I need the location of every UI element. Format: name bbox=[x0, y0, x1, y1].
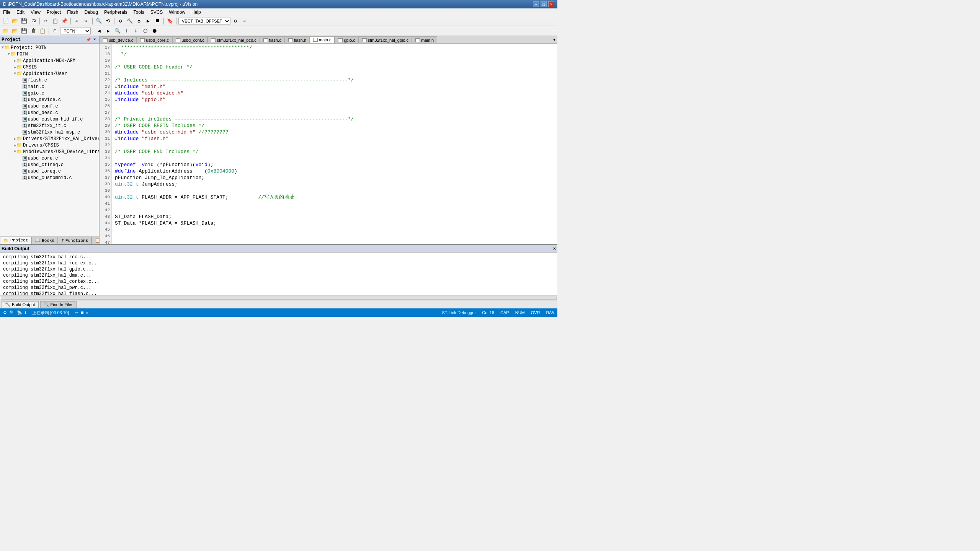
menu-project[interactable]: Project bbox=[44, 8, 64, 16]
toolbar2-btn6[interactable]: ◀ bbox=[95, 27, 103, 35]
toolbar2-btn3[interactable]: 🗑 bbox=[29, 27, 38, 35]
tab-usbd-conf-c[interactable]: usbd_conf.c bbox=[172, 36, 207, 43]
minimize-button[interactable]: − bbox=[533, 1, 539, 7]
redo-btn[interactable]: ↪ bbox=[82, 17, 90, 25]
open-file-btn[interactable]: 📂 bbox=[11, 17, 19, 25]
project-close-btn[interactable]: × bbox=[92, 37, 97, 42]
tree-item-usbd-customhid-c[interactable]: ▶ C usbd_customhid.c bbox=[0, 174, 99, 181]
target-name-combo[interactable]: POTN bbox=[60, 28, 91, 34]
cut-btn[interactable]: ✂ bbox=[42, 17, 50, 25]
toolbar2-btn4[interactable]: 📋 bbox=[38, 27, 47, 35]
tab-flash-h[interactable]: flash.h bbox=[285, 36, 310, 43]
tree-item-usbd-desc-c[interactable]: ▶ C usbd_desc.c bbox=[0, 109, 99, 116]
tree-item-mdk-arm[interactable]: ▶ 📁 Application/MDK-ARM bbox=[0, 57, 99, 64]
stop-btn[interactable]: ⏹ bbox=[153, 17, 162, 25]
project-pin-btn[interactable]: 📌 bbox=[86, 37, 91, 42]
save-all-btn[interactable]: 🗂 bbox=[29, 17, 38, 25]
build-scrollbar[interactable] bbox=[0, 295, 557, 300]
code-editor-content[interactable]: ****************************************… bbox=[112, 44, 557, 244]
compile-btn[interactable]: ⚙ bbox=[116, 17, 125, 25]
tree-item-usb-device-c[interactable]: ▶ C usb_device.c bbox=[0, 96, 99, 103]
toolbar2-btn2[interactable]: 💾 bbox=[20, 27, 28, 35]
menu-view[interactable]: View bbox=[28, 8, 44, 16]
menu-edit[interactable]: Edit bbox=[13, 8, 28, 16]
usbd-ctlreq-c-label: usbd_ctlreq.c bbox=[28, 162, 64, 168]
toolbar2-btn8[interactable]: 🔍 bbox=[113, 27, 122, 35]
tabs-scroll-btn[interactable]: ▼ bbox=[551, 36, 557, 43]
close-button[interactable]: × bbox=[548, 1, 554, 7]
tree-item-usbd-hid-c[interactable]: ▶ C usbd_custom_hid_if.c bbox=[0, 116, 99, 122]
menu-help[interactable]: Help bbox=[188, 8, 204, 16]
menu-svcs[interactable]: SVCS bbox=[147, 8, 166, 16]
tree-item-project[interactable]: ▼ 📁 Project: POTN bbox=[0, 44, 99, 51]
tree-item-middlewares[interactable]: ▼ 📁 Middlewares/USB_Device_Library bbox=[0, 148, 99, 155]
undo-btn[interactable]: ↩ bbox=[73, 17, 81, 25]
tab-gpio-c[interactable]: gpio.c bbox=[335, 36, 358, 43]
build-scrollbar-track[interactable] bbox=[1, 297, 557, 300]
tab-main-h[interactable]: main.h bbox=[412, 36, 437, 43]
tab-templates[interactable]: 📋 Templates bbox=[91, 237, 100, 244]
paste-btn[interactable]: 📌 bbox=[60, 17, 69, 25]
maximize-button[interactable]: □ bbox=[541, 1, 547, 7]
tab-usbd-core-c[interactable]: usbd_core.c bbox=[137, 36, 172, 43]
menu-file[interactable]: File bbox=[0, 8, 13, 16]
tree-item-stm-it-c[interactable]: ▶ C stm32f1xx_it.c bbox=[0, 122, 99, 129]
project-new-btn[interactable]: 📁 bbox=[2, 27, 10, 35]
rebuild-btn[interactable]: ♻ bbox=[135, 17, 143, 25]
target-combo[interactable]: VECT_TAB_OFFSET bbox=[178, 18, 230, 24]
toolbar2-btn5[interactable]: ⊞ bbox=[51, 27, 59, 35]
tree-item-gpio-c[interactable]: ▶ C gpio.c bbox=[0, 90, 99, 96]
tree-item-drivers-cmsis[interactable]: ▶ 📁 Drivers/CMSIS bbox=[0, 142, 99, 148]
build-output-tab-label: Build Output bbox=[12, 302, 35, 307]
tree-item-usbd-ctlreq-c[interactable]: ▶ C usbd_ctlreq.c bbox=[0, 161, 99, 168]
combo-settings-btn[interactable]: ⚙ bbox=[231, 17, 240, 25]
menu-window[interactable]: Window bbox=[166, 8, 188, 16]
replace-btn[interactable]: ⟲ bbox=[104, 17, 112, 25]
tab-usb-device-c[interactable]: usb_device.c bbox=[100, 36, 137, 43]
toolbar2-btn12[interactable]: ⬢ bbox=[150, 27, 158, 35]
menu-flash[interactable]: Flash bbox=[64, 8, 81, 16]
project-root-icon: 📁 bbox=[4, 45, 10, 51]
toolbar2-btn9[interactable]: ↑ bbox=[122, 27, 131, 35]
toolbar2-btn1[interactable]: 📂 bbox=[11, 27, 19, 35]
new-file-btn[interactable]: 📄 bbox=[2, 17, 10, 25]
toolbar2-btn7[interactable]: ▶ bbox=[104, 27, 113, 35]
menu-peripherals[interactable]: Peripherals bbox=[101, 8, 131, 16]
combo-more-btn[interactable]: ⋯ bbox=[240, 17, 249, 25]
tab-books[interactable]: 📖 Books bbox=[31, 237, 58, 244]
toolbar2-btn11[interactable]: ⬡ bbox=[141, 27, 149, 35]
tree-item-cmsis[interactable]: ▶ 📁 CMSIS bbox=[0, 64, 99, 70]
save-btn[interactable]: 💾 bbox=[20, 17, 28, 25]
toolbar2-btn10[interactable]: ↓ bbox=[132, 27, 140, 35]
tree-item-usbd-core-c[interactable]: ▶ C usbd_core.c bbox=[0, 155, 99, 161]
tab-stm-gpio-c[interactable]: stm32f1xx_hal_gpio.c bbox=[359, 36, 412, 43]
drivers-folder-icon: 📁 bbox=[16, 142, 22, 148]
tab-main-c[interactable]: main.c bbox=[310, 36, 335, 43]
build-tab-find[interactable]: 🔍 Find In Files bbox=[40, 301, 77, 308]
tree-item-flash-c[interactable]: ▶ C flash.c bbox=[0, 77, 99, 83]
copy-btn[interactable]: 📋 bbox=[51, 17, 59, 25]
tree-item-hal-driver[interactable]: ▶ 📁 Drivers/STM32F1xx_HAL_Driver bbox=[0, 135, 99, 142]
build-output-icon: 🔨 bbox=[5, 302, 10, 307]
tab-stm-hal-pcd-c[interactable]: stm32f1xx_hal_pcd.c bbox=[207, 36, 260, 43]
stm-msp-c-label: stm32f1xx_hal_msp.c bbox=[28, 130, 80, 135]
menu-tools[interactable]: Tools bbox=[131, 8, 147, 16]
tree-item-stm-msp-c[interactable]: ▶ C stm32f1xx_hal_msp.c bbox=[0, 129, 99, 135]
build-btn[interactable]: 🔨 bbox=[126, 17, 134, 25]
tree-item-app-user[interactable]: ▼ 📁 Application/User bbox=[0, 70, 99, 77]
tab-flash-c[interactable]: flash.c bbox=[260, 36, 285, 43]
build-output-close-btn[interactable]: × bbox=[553, 246, 556, 251]
tab-functions[interactable]: ƒ Functions bbox=[58, 237, 91, 244]
tree-item-main-c[interactable]: ▶ C main.c bbox=[0, 83, 99, 90]
ovr-info: OVR bbox=[531, 310, 540, 315]
menu-debug[interactable]: Debug bbox=[82, 8, 101, 16]
build-output-area: Build Output × compiling stm32f1xx_hal_r… bbox=[0, 244, 557, 308]
find-btn[interactable]: 🔍 bbox=[95, 17, 103, 25]
debug-btn[interactable]: ▶ bbox=[144, 17, 152, 25]
tree-item-usbd-ioreq-c[interactable]: ▶ C usbd_ioreq.c bbox=[0, 168, 99, 174]
tab-project[interactable]: 📁 Project bbox=[0, 237, 31, 244]
tree-item-potn[interactable]: ▼ 📁 POTN bbox=[0, 51, 99, 57]
build-tab-output[interactable]: 🔨 Build Output bbox=[2, 301, 39, 308]
bookmark-btn[interactable]: 🔖 bbox=[166, 17, 174, 25]
tree-item-usbd-conf-c[interactable]: ▶ C usbd_conf.c bbox=[0, 103, 99, 109]
